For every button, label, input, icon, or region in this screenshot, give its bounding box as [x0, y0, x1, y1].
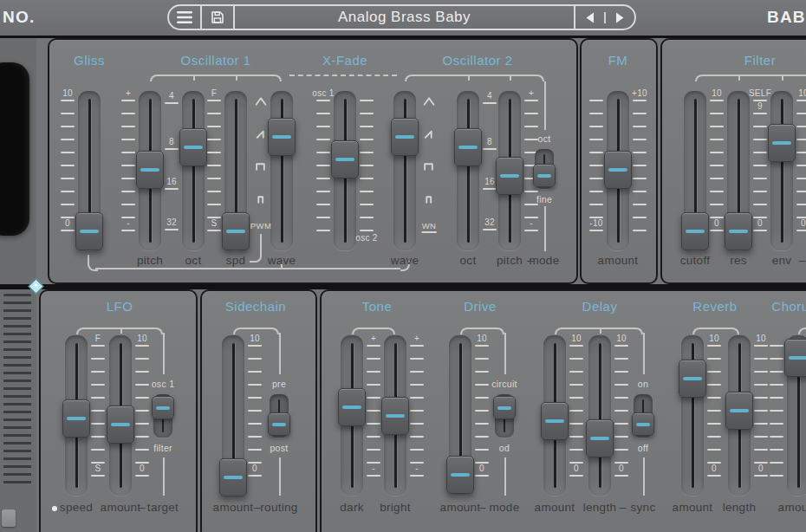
tick-mark [121, 126, 135, 127]
drive-mode-option-bottom: od [499, 443, 510, 453]
tick-label: + [414, 334, 419, 343]
tick-label: 10 [62, 88, 73, 98]
osc1-spd-slider-handle[interactable] [222, 212, 250, 250]
lfo-speed-slider-handle[interactable] [62, 399, 90, 438]
tick-mark [753, 126, 767, 127]
tick-mark [707, 436, 721, 438]
osc2-wave-slider-handle[interactable] [391, 118, 419, 156]
osc1-pitch-label: pitch [137, 254, 163, 267]
tick-mark [165, 102, 179, 104]
tick-mark [360, 217, 374, 218]
tick-mark [614, 345, 628, 347]
j-amount-routing-dash: – [254, 501, 261, 514]
chorus-amount-slider-handle[interactable] [784, 339, 806, 377]
tone-bright-slider-handle[interactable] [381, 397, 409, 435]
tick-mark [135, 384, 149, 386]
osc2-oct-slider-handle[interactable] [454, 128, 482, 166]
tick-label: 0 [619, 464, 624, 473]
tick-label: 0 [65, 218, 70, 228]
j-amount-mode-dash: – [479, 501, 486, 514]
lfo-speed-label: speed [60, 501, 93, 514]
tick-mark [633, 204, 647, 205]
pulse-wave-icon [256, 192, 267, 208]
lfo-amount-label: amount [101, 501, 141, 514]
prev-preset-button[interactable] [575, 6, 604, 29]
tick-mark [410, 423, 424, 425]
delay-length-slider-handle[interactable] [586, 419, 614, 457]
tick-mark [524, 126, 538, 127]
tick-mark [475, 371, 489, 373]
tick-mark [524, 100, 538, 101]
tick-mark [483, 148, 497, 150]
tick-mark [248, 345, 262, 347]
save-button[interactable] [202, 6, 233, 29]
tick-label: 10 [709, 334, 719, 343]
fm-amount-slider-handle[interactable] [604, 151, 632, 189]
lfo-target-toggle-handle[interactable] [152, 396, 174, 419]
osc2-mode-toggle-handle[interactable] [533, 164, 556, 187]
reverb-amount-slider-handle[interactable] [679, 360, 706, 398]
tick-label: 10 [616, 334, 627, 343]
tick-label: -10 [589, 218, 602, 228]
delay-sync-option-top: on [638, 379, 648, 389]
delay-amount-slider-handle[interactable] [541, 402, 569, 440]
menu-button[interactable] [169, 6, 200, 29]
preset-title[interactable]: Analog Brass Baby [235, 9, 574, 26]
tick-mark [753, 204, 767, 205]
tick-label: 32 [484, 217, 495, 227]
tick-label: 10 [477, 334, 487, 343]
tick-mark [707, 410, 721, 412]
tick-mark [753, 191, 767, 192]
tick-mark [207, 178, 221, 179]
tick-mark [360, 139, 374, 140]
tick-mark [135, 371, 149, 373]
tick-mark [165, 229, 179, 230]
spd-pwm-connector-line [250, 234, 262, 263]
tick-mark [410, 436, 424, 438]
tick-mark [475, 436, 489, 438]
filter-cutoff-slider-handle[interactable] [681, 212, 709, 250]
xfade-slider-handle[interactable] [331, 140, 359, 178]
tick-mark [589, 165, 603, 166]
delay-length-label: length [583, 501, 617, 514]
osc1-wave-slider-handle[interactable] [268, 118, 296, 156]
tone-dark-slider-handle[interactable] [338, 388, 366, 426]
tick-label: 10 [250, 334, 260, 343]
tick-mark [316, 191, 330, 192]
tick-label: 0 [140, 464, 145, 473]
tick-mark [121, 178, 135, 179]
lfo-amount-slider-handle[interactable] [107, 405, 134, 444]
tick-mark [796, 165, 806, 166]
delay-sync-toggle-handle[interactable] [632, 412, 654, 436]
tick-mark [754, 384, 768, 386]
square-wave-icon [424, 159, 435, 175]
tick-mark [796, 178, 806, 179]
tick-mark [710, 113, 724, 114]
sc-routing-toggle-handle[interactable] [268, 412, 290, 436]
tick-mark [633, 126, 647, 127]
tick-mark [367, 449, 380, 451]
tick-mark [754, 371, 768, 373]
gliss-slider-handle[interactable] [75, 212, 103, 250]
filter-env-slider-handle[interactable] [768, 124, 796, 162]
tick-mark [316, 126, 330, 127]
section-title-x-fade: X-Fade [322, 53, 367, 68]
next-preset-button[interactable] [606, 6, 634, 29]
osc1-pitch-slider-handle[interactable] [136, 151, 164, 189]
tick-mark [367, 384, 380, 386]
tick-mark [753, 113, 767, 114]
tick-mark [61, 230, 75, 231]
tick-mark [770, 371, 783, 373]
filter-res-slider-handle[interactable] [725, 212, 752, 250]
tick-mark [248, 384, 262, 386]
sc-amount-slider-handle[interactable] [219, 458, 247, 496]
osc1-oct-slider-handle[interactable] [179, 128, 207, 166]
tick-mark [135, 423, 149, 425]
tick-mark [121, 165, 135, 166]
drive-amount-slider-handle[interactable] [446, 456, 474, 494]
reverb-length-slider-handle[interactable] [725, 392, 753, 430]
osc2-pitch-slider-handle[interactable] [496, 157, 523, 195]
tick-mark [589, 113, 603, 114]
tick-mark [633, 113, 647, 114]
drive-mode-toggle-handle[interactable] [493, 396, 516, 419]
